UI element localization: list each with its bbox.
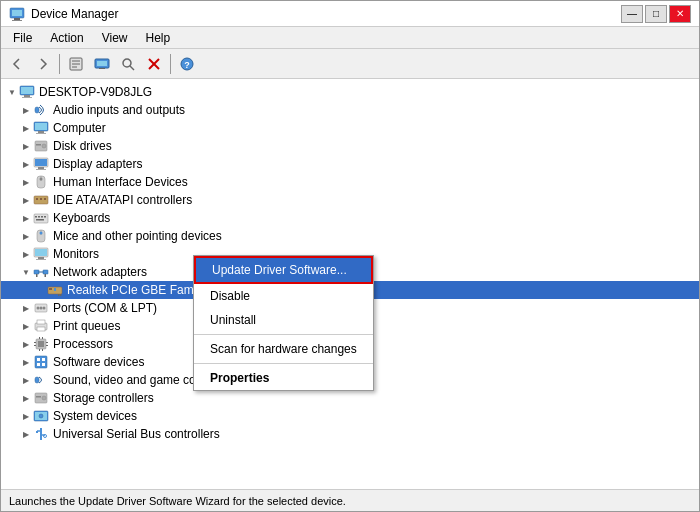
tree-item-disk[interactable]: Disk drives: [1, 137, 699, 155]
toolbar-update[interactable]: [90, 52, 114, 76]
hid-arrow[interactable]: [19, 175, 33, 189]
svg-rect-50: [35, 249, 47, 256]
processors-label: Processors: [53, 337, 113, 351]
svg-rect-28: [36, 144, 41, 146]
root-expand-arrow[interactable]: [5, 85, 19, 99]
svg-rect-43: [41, 216, 43, 218]
svg-rect-79: [42, 349, 43, 351]
toolbar-sep-2: [170, 54, 171, 74]
svg-rect-19: [24, 95, 30, 97]
svg-rect-83: [37, 363, 40, 366]
menu-help[interactable]: Help: [138, 29, 179, 47]
svg-rect-38: [40, 198, 42, 200]
tree-item-system[interactable]: System devices: [1, 407, 699, 425]
svg-rect-55: [39, 272, 44, 273]
toolbar-forward[interactable]: [31, 52, 55, 76]
toolbar-scan[interactable]: [116, 52, 140, 76]
tree-item-hid[interactable]: Human Interface Devices: [1, 173, 699, 191]
audio-label: Audio inputs and outputs: [53, 103, 185, 117]
svg-rect-68: [37, 320, 45, 324]
svg-point-64: [37, 307, 40, 310]
svg-rect-59: [49, 288, 52, 290]
tree-item-computer[interactable]: Computer: [1, 119, 699, 137]
computer-label: Computer: [53, 121, 106, 135]
menu-bar: File Action View Help: [1, 27, 699, 49]
svg-point-96: [44, 435, 47, 438]
svg-point-48: [40, 232, 43, 235]
svg-rect-74: [46, 342, 48, 343]
svg-rect-31: [38, 167, 44, 169]
toolbar-remove[interactable]: [142, 52, 166, 76]
close-button[interactable]: ✕: [669, 5, 691, 23]
toolbar: ?: [1, 49, 699, 79]
storage-label: Storage controllers: [53, 391, 154, 405]
svg-rect-24: [38, 131, 44, 133]
monitors-arrow[interactable]: [19, 247, 33, 261]
computer-arrow[interactable]: [19, 121, 33, 135]
context-menu-disable[interactable]: Disable: [194, 284, 373, 308]
minimize-button[interactable]: —: [621, 5, 643, 23]
realtek-arrow: [33, 283, 47, 297]
system-arrow[interactable]: [19, 409, 33, 423]
print-label: Print queues: [53, 319, 120, 333]
tree-item-mice[interactable]: Mice and other pointing devices: [1, 227, 699, 245]
svg-rect-52: [36, 259, 46, 260]
mice-arrow[interactable]: [19, 229, 33, 243]
svg-rect-75: [46, 345, 48, 346]
svg-rect-84: [42, 363, 45, 366]
monitors-icon: [33, 246, 49, 262]
toolbar-back[interactable]: [5, 52, 29, 76]
disk-label: Disk drives: [53, 139, 112, 153]
audio-arrow[interactable]: [19, 103, 33, 117]
svg-rect-80: [35, 356, 47, 368]
tree-item-usb[interactable]: Universal Serial Bus controllers: [1, 425, 699, 443]
keyboard-icon: [33, 210, 49, 226]
tree-root[interactable]: DESKTOP-V9D8JLG: [1, 83, 699, 101]
context-menu-properties[interactable]: Properties: [194, 366, 373, 390]
system-label: System devices: [53, 409, 137, 423]
processors-arrow[interactable]: [19, 337, 33, 351]
ide-label: IDE ATA/ATAPI controllers: [53, 193, 192, 207]
print-arrow[interactable]: [19, 319, 33, 333]
storage-arrow[interactable]: [19, 391, 33, 405]
toolbar-properties[interactable]: [64, 52, 88, 76]
svg-point-91: [39, 414, 43, 418]
sound-arrow[interactable]: [19, 373, 33, 387]
context-menu-uninstall[interactable]: Uninstall: [194, 308, 373, 332]
ide-icon: [33, 192, 49, 208]
svg-rect-54: [43, 270, 48, 274]
software-arrow[interactable]: [19, 355, 33, 369]
disk-arrow[interactable]: [19, 139, 33, 153]
tree-item-ide[interactable]: IDE ATA/ATAPI controllers: [1, 191, 699, 209]
maximize-button[interactable]: □: [645, 5, 667, 23]
audio-icon: [33, 102, 49, 118]
context-menu-scan[interactable]: Scan for hardware changes: [194, 337, 373, 361]
svg-rect-61: [58, 294, 60, 296]
menu-file[interactable]: File: [5, 29, 40, 47]
tree-item-storage[interactable]: Storage controllers: [1, 389, 699, 407]
display-label: Display adapters: [53, 157, 142, 171]
tree-item-audio[interactable]: Audio inputs and outputs: [1, 101, 699, 119]
usb-arrow[interactable]: [19, 427, 33, 441]
tree-item-keyboard[interactable]: Keyboards: [1, 209, 699, 227]
title-bar-left: Device Manager: [9, 6, 118, 22]
ide-arrow[interactable]: [19, 193, 33, 207]
menu-action[interactable]: Action: [42, 29, 91, 47]
svg-rect-60: [54, 288, 56, 291]
display-arrow[interactable]: [19, 157, 33, 171]
menu-view[interactable]: View: [94, 29, 136, 47]
tree-item-display[interactable]: Display adapters: [1, 155, 699, 173]
svg-rect-51: [38, 257, 44, 259]
svg-rect-2: [14, 18, 20, 20]
toolbar-sep-1: [59, 54, 60, 74]
network-arrow[interactable]: [19, 265, 33, 279]
svg-rect-53: [34, 270, 39, 274]
toolbar-help[interactable]: ?: [175, 52, 199, 76]
context-menu-update[interactable]: Update Driver Software...: [194, 256, 373, 284]
status-bar: Launches the Update Driver Software Wiza…: [1, 489, 699, 511]
mice-icon: [33, 228, 49, 244]
svg-rect-10: [99, 68, 105, 69]
keyboard-arrow[interactable]: [19, 211, 33, 225]
ports-arrow[interactable]: [19, 301, 33, 315]
ports-label: Ports (COM & LPT): [53, 301, 157, 315]
